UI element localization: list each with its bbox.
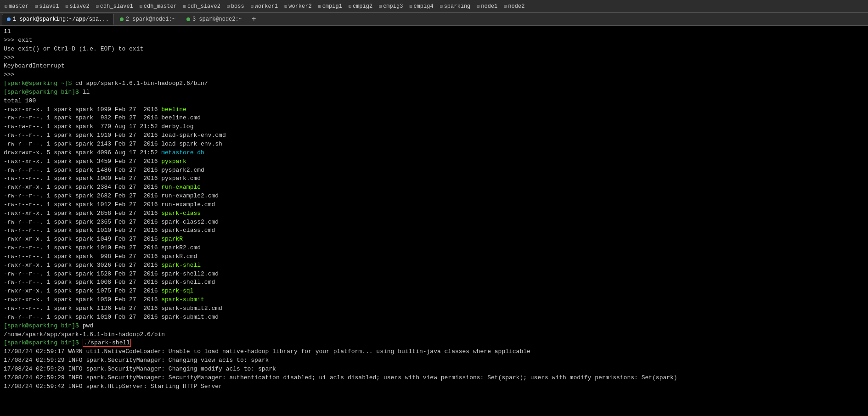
terminal-line-1: 11	[4, 28, 864, 36]
bookmark-node1[interactable]: ⊞node1	[474, 2, 500, 11]
terminal-line-38: 17/08/24 02:59:17 WARN util.NativeCodeLo…	[4, 348, 864, 356]
bookmark-node2[interactable]: ⊞node2	[501, 2, 527, 11]
terminal-line-33: -rw-r--r--. 1 spark spark 1126 Feb 27 20…	[4, 304, 864, 313]
terminal-line-27: -rw-r--r--. 1 spark spark 998 Feb 27 201…	[4, 253, 864, 261]
session-tab-1[interactable]: 1 spark@sparking:~/app/spa...	[2, 14, 114, 25]
session-tab-2-label: 2 spark@node1:~	[126, 16, 175, 22]
session-tab-bar: 1 spark@sparking:~/app/spa... 2 spark@no…	[0, 13, 868, 26]
bookmark-icon-boss: ⊞	[227, 4, 230, 9]
session-dot-3	[186, 17, 190, 21]
bookmark-cdh-master[interactable]: ⊞cdh_master	[137, 2, 180, 11]
file-spark-class: spark-class	[161, 210, 201, 217]
bookmark-cmpig1[interactable]: ⊞cmpig1	[316, 2, 345, 11]
terminal-line-16: -rwxr-xr-x. 1 spark spark 3459 Feb 27 20…	[4, 157, 864, 166]
file-pyspark: pyspark	[161, 158, 186, 165]
bookmark-icon-cmpig3: ⊞	[379, 4, 382, 9]
terminal-line-15: drwxrwxr-x. 5 spark spark 4096 Aug 17 21…	[4, 149, 864, 157]
terminal-line-31: -rwxr-xr-x. 1 spark spark 1075 Feb 27 20…	[4, 287, 864, 296]
bookmark-icon-node2: ⊞	[504, 4, 507, 9]
bookmark-list: ⊞master ⊞slave1 ⊞slave2 ⊞cdh_slave1 ⊞cdh…	[2, 2, 527, 11]
bookmark-icon-node1: ⊞	[477, 4, 479, 9]
file-spark-sql: spark-sql	[161, 287, 193, 294]
terminal-line-11: -rw-r--r--. 1 spark spark 932 Feb 27 201…	[4, 114, 864, 123]
terminal-line-6: >>>	[4, 71, 864, 79]
bookmark-cmpig2[interactable]: ⊞cmpig2	[346, 2, 375, 11]
prompt-8: [spark@sparking bin]$	[4, 89, 79, 96]
terminal-line-40: 17/08/24 02:59:29 INFO spark.SecurityMan…	[4, 365, 864, 374]
terminal-line-26: -rw-r--r--. 1 spark spark 1010 Feb 27 20…	[4, 244, 864, 253]
bookmark-slave2[interactable]: ⊞slave2	[63, 2, 92, 11]
prompt-37: [spark@sparking bin]$	[4, 339, 79, 346]
file-run-example: run-example	[161, 184, 201, 191]
bookmark-cmpig4[interactable]: ⊞cmpig4	[406, 2, 436, 11]
terminal-line-34: -rw-r--r--. 1 spark spark 1010 Feb 27 20…	[4, 313, 864, 322]
bookmark-icon-cmpig2: ⊞	[349, 4, 351, 9]
bookmark-cdh-slave2[interactable]: ⊞cdh_slave2	[180, 2, 223, 11]
terminal-line-17: -rw-r--r--. 1 spark spark 1486 Feb 27 20…	[4, 166, 864, 175]
terminal-line-42: 17/08/24 02:59:42 INFO spark.HttpServer:…	[4, 382, 864, 391]
prompt-35: [spark@sparking bin]$	[4, 322, 79, 329]
terminal-line-10: -rwxr-xr-x. 1 spark spark 1099 Feb 27 20…	[4, 106, 864, 114]
terminal-output[interactable]: 11 >>> exit Use exit() or Ctrl-D (i.e. E…	[0, 26, 868, 416]
bookmark-icon-master: ⊞	[5, 4, 7, 9]
bookmark-icon-worker1: ⊞	[251, 4, 254, 9]
bookmark-icon-slave1: ⊞	[35, 4, 38, 9]
terminal-line-7: [spark@sparking ~]$ cd app/spark-1.6.1-b…	[4, 79, 864, 88]
bookmark-icon-slave2: ⊞	[66, 4, 68, 9]
terminal-line-36: /home/spark/app/spark-1.6.1-bin-hadoop2.…	[4, 331, 864, 339]
terminal-line-35: [spark@sparking bin]$ pwd	[4, 322, 864, 331]
bookmark-icon-cdh-slave1: ⊞	[96, 4, 99, 9]
file-sparkr: sparkR	[161, 236, 183, 242]
terminal-line-3: Use exit() or Ctrl-D (i.e. EOF) to exit	[4, 45, 864, 54]
terminal-line-4: >>>	[4, 54, 864, 62]
bookmark-boss[interactable]: ⊞boss	[224, 2, 247, 11]
terminal-line-14: -rw-r--r--. 1 spark spark 2143 Feb 27 20…	[4, 140, 864, 149]
terminal-line-30: -rw-r--r--. 1 spark spark 1008 Feb 27 20…	[4, 278, 864, 287]
terminal-line-41: 17/08/24 02:59:29 INFO spark.SecurityMan…	[4, 374, 864, 382]
bookmark-icon-cdh-slave2: ⊞	[183, 4, 186, 9]
session-dot-1	[7, 17, 11, 21]
terminal-line-20: -rw-r--r--. 1 spark spark 2682 Feb 27 20…	[4, 192, 864, 201]
terminal-line-5: KeyboardInterrupt	[4, 62, 864, 71]
terminal-line-21: -rw-r--r--. 1 spark spark 1012 Feb 27 20…	[4, 201, 864, 209]
bookmark-cmpig3[interactable]: ⊞cmpig3	[376, 2, 406, 11]
bookmark-worker2[interactable]: ⊞worker2	[282, 2, 314, 11]
terminal-line-8: [spark@sparking bin]$ ll	[4, 88, 864, 97]
session-tab-3[interactable]: 3 spark@node2:~	[181, 14, 247, 25]
bookmark-cdh-slave1[interactable]: ⊞cdh_slave1	[93, 2, 136, 11]
file-spark-submit: spark-submit	[161, 296, 204, 303]
bookmark-master[interactable]: ⊞master	[2, 2, 31, 11]
terminal-line-9: total 100	[4, 97, 864, 106]
terminal-line-23: -rw-r--r--. 1 spark spark 2365 Feb 27 20…	[4, 218, 864, 227]
terminal-line-18: -rw-r--r--. 1 spark spark 1000 Feb 27 20…	[4, 174, 864, 183]
prompt-7: [spark@sparking ~]$	[4, 80, 72, 87]
bookmark-slave1[interactable]: ⊞slave1	[32, 2, 62, 11]
terminal-line-32: -rwxr-xr-x. 1 spark spark 1050 Feb 27 20…	[4, 296, 864, 304]
terminal-line-2: >>> exit	[4, 36, 864, 45]
session-tab-3-label: 3 spark@node2:~	[192, 16, 242, 22]
file-metastore-db: metastore_db	[161, 149, 204, 156]
bookmark-icon-worker2: ⊞	[284, 4, 287, 9]
session-tab-2[interactable]: 2 spark@node1:~	[115, 14, 180, 25]
add-tab-button[interactable]: +	[248, 14, 260, 25]
terminal-line-25: -rwxr-xr-x. 1 spark spark 1049 Feb 27 20…	[4, 235, 864, 244]
command-highlighted: ./spark-shell	[83, 339, 131, 347]
terminal-line-12: -rw-rw-r--. 1 spark spark 770 Aug 17 21:…	[4, 123, 864, 131]
terminal-line-39: 17/08/24 02:59:29 INFO spark.SecurityMan…	[4, 356, 864, 365]
bookmark-sparking[interactable]: ⊞sparking	[437, 2, 473, 11]
bookmark-icon-cdh-master: ⊞	[140, 4, 142, 9]
session-tab-1-label: 1 spark@sparking:~/app/spa...	[13, 16, 109, 22]
terminal-line-22: -rwxr-xr-x. 1 spark spark 2858 Feb 27 20…	[4, 209, 864, 218]
terminal-line-19: -rwxr-xr-x. 1 spark spark 2384 Feb 27 20…	[4, 183, 864, 192]
terminal-line-37: [spark@sparking bin]$ ./spark-shell	[4, 339, 864, 348]
terminal-line-13: -rw-r--r--. 1 spark spark 1910 Feb 27 20…	[4, 131, 864, 140]
bookmark-worker1[interactable]: ⊞worker1	[248, 2, 281, 11]
session-dot-2	[120, 17, 124, 21]
bookmark-icon-sparking: ⊞	[440, 4, 443, 9]
bookmark-icon-cmpig4: ⊞	[409, 4, 412, 9]
terminal-line-28: -rwxr-xr-x. 1 spark spark 3026 Feb 27 20…	[4, 261, 864, 270]
terminal-line-29: -rw-r--r--. 1 spark spark 1528 Feb 27 20…	[4, 270, 864, 279]
bookmark-icon-cmpig1: ⊞	[318, 4, 321, 9]
terminal-line-24: -rw-r--r--. 1 spark spark 1010 Feb 27 20…	[4, 226, 864, 235]
file-spark-shell: spark-shell	[161, 262, 201, 269]
